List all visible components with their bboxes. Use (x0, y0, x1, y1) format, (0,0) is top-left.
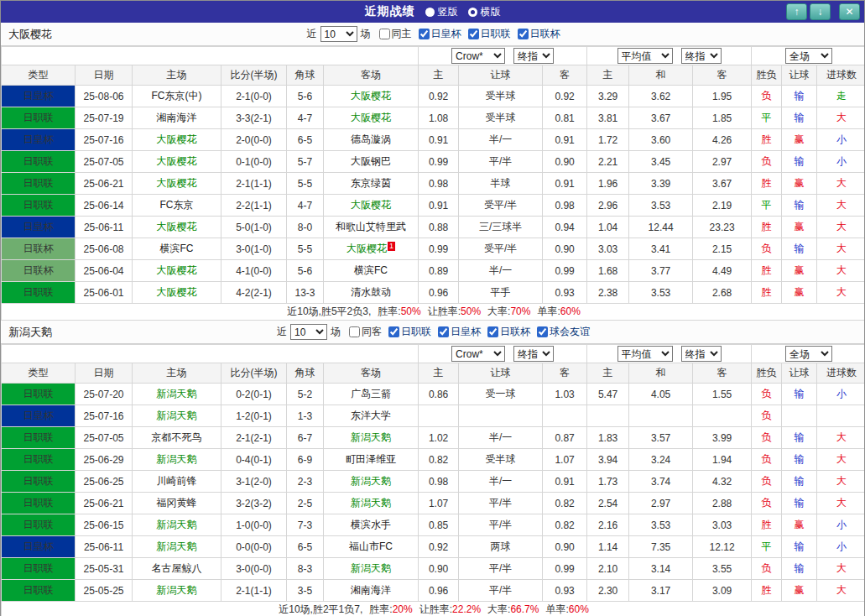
euro-draw-odds-cell: 3.57 (629, 427, 693, 449)
league-filter-checkbox[interactable] (487, 326, 498, 337)
euro-draw-odds-cell: 3.39 (629, 173, 693, 195)
vertical-mode-option[interactable]: 竖版 (425, 5, 458, 19)
euro-away-odds-cell: 4.32 (693, 471, 752, 493)
euro-odds-time-select[interactable]: 终指 (681, 346, 722, 362)
summary-row: 近10场,胜5平2负3,胜率:50%让胜率:50%大率:70%单率:60% (2, 304, 865, 321)
away-team-name: 町田泽维亚 (346, 453, 396, 465)
move-down-button[interactable]: ↓ (810, 3, 831, 20)
league-cell: 日联杯 (2, 238, 76, 260)
summary-prefix: 近10场,胜5平2负3, (287, 305, 371, 317)
asia-home-odds-cell: 0.82 (419, 449, 459, 471)
league-filter-checkbox[interactable] (438, 326, 449, 337)
euro-away-odds-cell: 3.03 (693, 514, 752, 536)
league-filter-checkbox[interactable] (518, 29, 529, 39)
average-odds-select[interactable]: 平均值 (617, 48, 673, 64)
asia-home-odds-cell: 1.08 (419, 107, 459, 129)
league-cell: 日职联 (2, 173, 76, 195)
league-filter-checkbox[interactable] (537, 326, 548, 337)
euro-home-odds-cell: 3.81 (587, 107, 629, 129)
corners-cell: 5-6 (287, 260, 324, 282)
same-venue-checkbox[interactable] (379, 29, 390, 39)
match-scope-select[interactable]: 全场 (785, 346, 832, 362)
games-count-select[interactable]: 10 (320, 26, 357, 42)
close-button[interactable]: ✕ (839, 3, 860, 20)
league-filter-checkbox-option[interactable]: 日皇杯 (438, 325, 481, 339)
date-cell: 25-06-25 (76, 471, 133, 493)
vertical-radio[interactable] (425, 8, 435, 17)
away-team-cell: 新潟天鹅 (324, 493, 419, 514)
euro-draw-odds-cell: 3.60 (629, 129, 693, 151)
games-count-select[interactable]: 10 (290, 324, 327, 340)
home-team-cell: 大阪樱花 (133, 260, 221, 282)
summary-row: 近10场,胜2平1负7,胜率:20%让胜率:22.2%大率:66.7%单率:60… (2, 602, 865, 616)
league-cell: 日皇杯 (2, 405, 76, 427)
home-team-cell: FC东京 (133, 195, 221, 217)
summary-stat-label: 单率: (545, 603, 568, 615)
result-cell: 胜 (752, 260, 782, 282)
league-cell: 日皇杯 (2, 217, 76, 238)
result-cell: 胜 (752, 217, 782, 238)
league-filter-checkbox-option[interactable]: 日联杯 (518, 27, 560, 41)
same-venue-checkbox-option[interactable]: 同主 (379, 27, 412, 41)
league-filter-checkbox-option[interactable]: 日联杯 (487, 325, 530, 339)
date-cell: 25-08-06 (76, 86, 133, 107)
score-cell: 3-1(2-0) (221, 471, 287, 493)
league-filter-checkbox[interactable] (419, 29, 430, 39)
column-header: 主 (419, 65, 459, 86)
match-row: 日联杯25-06-08横滨FC3-0(1-0)5-5大阪樱花10.99受平/半0… (2, 238, 865, 260)
corners-cell: 5-6 (287, 86, 324, 107)
match-row: 日皇杯25-06-11新潟天鹅0-0(0-0)6-5福山市FC0.92两球0.9… (2, 536, 865, 558)
summary-prefix: 近10场,胜2平1负7, (279, 603, 362, 615)
same-venue-checkbox[interactable] (349, 326, 360, 337)
asia-away-odds-cell: 0.91 (543, 129, 587, 151)
league-filter-checkbox-option[interactable]: 日皇杯 (419, 27, 461, 41)
home-team-cell: FC东京(中) (133, 86, 221, 107)
column-header: 客 (543, 65, 587, 86)
score-cell: 2-1(2-1) (221, 427, 287, 449)
horizontal-radio[interactable] (468, 8, 477, 17)
result-cell: 负 (752, 471, 782, 493)
controls-row-spacer (2, 345, 419, 363)
away-team-cell: 福山市FC (324, 536, 419, 558)
result-cell: 胜 (752, 173, 782, 195)
result-cell: 平 (752, 536, 782, 558)
column-header: 客 (543, 363, 587, 384)
column-header-row: 类型日期主场比分(半场)角球客场主让球客主和客胜负让球进球数 (2, 363, 865, 384)
handicap-result-cell: 输 (782, 384, 817, 405)
column-header: 类型 (2, 65, 76, 86)
asia-away-odds-cell: 1.07 (543, 449, 587, 471)
euro-draw-odds-cell: 3.17 (629, 580, 693, 602)
summary-cell: 近10场,胜5平2负3,胜率:50%让胜率:50%大率:70%单率:60% (2, 304, 865, 321)
average-odds-select[interactable]: 平均值 (617, 346, 673, 362)
date-cell: 25-06-11 (76, 217, 133, 238)
league-filter-checkbox[interactable] (468, 29, 479, 39)
league-filter-checkbox-option[interactable]: 球会友谊 (537, 325, 590, 339)
league-cell: 日职联 (2, 493, 76, 514)
match-scope-select[interactable]: 全场 (785, 48, 832, 64)
league-filter-checkbox-option[interactable]: 日职联 (388, 325, 431, 339)
league-filter-checkbox[interactable] (388, 326, 399, 337)
euro-odds-controls: 平均值终指 (587, 345, 752, 363)
away-team-cell: 横滨FC (324, 260, 419, 282)
goals-result-cell: 小 (817, 129, 865, 151)
results-table: Crow*终指平均值终指全场类型日期主场比分(半场)角球客场主让球客主和客胜负让… (1, 46, 865, 321)
same-venue-checkbox-option[interactable]: 同客 (349, 325, 382, 339)
handicap-result-cell: 赢 (782, 217, 817, 238)
match-row: 日职联25-06-01大阪樱花4-2(2-1)13-3清水鼓动0.96平手0.9… (2, 282, 865, 304)
home-team-name: 新潟天鹅 (157, 584, 197, 596)
bookmaker-select[interactable]: Crow* (451, 48, 505, 64)
match-row: 日职联25-06-21大阪樱花2-1(1-1)5-5东京绿茵0.98半球0.91… (2, 173, 865, 195)
corners-cell: 8-3 (287, 558, 324, 580)
euro-draw-odds-cell: 2.97 (629, 493, 693, 514)
asia-handicap-cell: 受半球 (459, 86, 543, 107)
horizontal-mode-option[interactable]: 横版 (468, 5, 501, 19)
move-up-button[interactable]: ↑ (786, 3, 807, 20)
asia-odds-time-select[interactable]: 终指 (513, 48, 554, 64)
league-filter-checkbox-option[interactable]: 日职联 (468, 27, 511, 41)
corners-cell: 8-0 (287, 217, 324, 238)
bookmaker-select[interactable]: Crow* (451, 346, 505, 362)
euro-odds-time-select[interactable]: 终指 (681, 48, 722, 64)
asia-odds-time-select[interactable]: 终指 (513, 346, 554, 362)
match-row: 日职联25-07-20新潟天鹅0-2(0-1)5-2广岛三箭0.86受一球1.0… (2, 384, 865, 405)
asia-handicap-cell: 半/一 (459, 260, 543, 282)
